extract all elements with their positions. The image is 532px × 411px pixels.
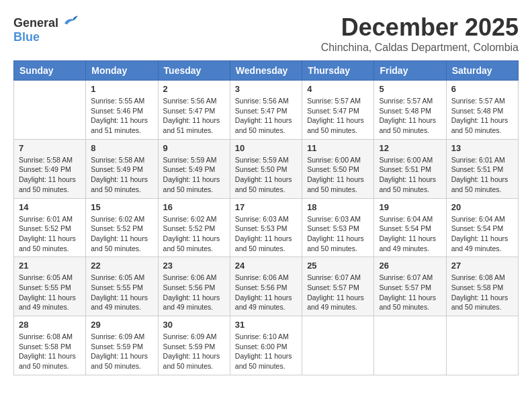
weekday-header-saturday: Saturday: [446, 61, 518, 81]
day-number: 9: [163, 143, 225, 153]
day-number: 19: [379, 202, 441, 212]
calendar-header-row: SundayMondayTuesdayWednesdayThursdayFrid…: [14, 61, 519, 81]
calendar-cell: 2Sunrise: 5:56 AMSunset: 5:47 PMDaylight…: [158, 81, 230, 140]
weekday-header-monday: Monday: [86, 61, 158, 81]
day-info: Sunrise: 5:59 AMSunset: 5:50 PMDaylight:…: [235, 155, 297, 195]
day-info: Sunrise: 6:00 AMSunset: 5:51 PMDaylight:…: [379, 155, 441, 195]
day-number: 12: [379, 143, 441, 153]
calendar-cell: 19Sunrise: 6:04 AMSunset: 5:54 PMDayligh…: [374, 198, 446, 257]
calendar-cell: 6Sunrise: 5:57 AMSunset: 5:48 PMDaylight…: [446, 81, 518, 140]
calendar-cell: 5Sunrise: 5:57 AMSunset: 5:48 PMDaylight…: [374, 81, 446, 140]
calendar-cell: 8Sunrise: 5:58 AMSunset: 5:49 PMDaylight…: [86, 139, 158, 198]
day-number: 23: [163, 261, 225, 271]
day-number: 26: [379, 261, 441, 271]
weekday-header-tuesday: Tuesday: [158, 61, 230, 81]
calendar-cell: [446, 316, 518, 375]
day-number: 6: [451, 84, 513, 94]
day-info: Sunrise: 6:07 AMSunset: 5:57 PMDaylight:…: [307, 273, 369, 312]
day-info: Sunrise: 5:58 AMSunset: 5:49 PMDaylight:…: [91, 155, 152, 195]
day-info: Sunrise: 6:04 AMSunset: 5:54 PMDaylight:…: [451, 214, 513, 254]
day-number: 16: [163, 202, 225, 212]
day-info: Sunrise: 6:06 AMSunset: 5:56 PMDaylight:…: [163, 273, 225, 312]
calendar-cell: 9Sunrise: 5:59 AMSunset: 5:49 PMDaylight…: [158, 139, 230, 198]
day-info: Sunrise: 6:01 AMSunset: 5:51 PMDaylight:…: [451, 155, 513, 195]
weekday-header-sunday: Sunday: [14, 61, 86, 81]
day-number: 7: [19, 143, 81, 153]
day-info: Sunrise: 6:05 AMSunset: 5:55 PMDaylight:…: [19, 273, 81, 312]
day-number: 20: [451, 202, 513, 212]
calendar-cell: 12Sunrise: 6:00 AMSunset: 5:51 PMDayligh…: [374, 139, 446, 198]
calendar-cell: 15Sunrise: 6:02 AMSunset: 5:52 PMDayligh…: [86, 198, 158, 257]
day-info: Sunrise: 6:00 AMSunset: 5:50 PMDaylight:…: [307, 155, 369, 195]
calendar-cell: 21Sunrise: 6:05 AMSunset: 5:55 PMDayligh…: [14, 257, 86, 316]
calendar-cell: 7Sunrise: 5:58 AMSunset: 5:49 PMDaylight…: [14, 139, 86, 198]
weekday-header-thursday: Thursday: [302, 61, 374, 81]
sub-title: Chinchina, Caldas Department, Colombia: [321, 42, 519, 54]
calendar-cell: [14, 81, 86, 140]
day-info: Sunrise: 5:57 AMSunset: 5:47 PMDaylight:…: [307, 96, 369, 136]
calendar-cell: 20Sunrise: 6:04 AMSunset: 5:54 PMDayligh…: [446, 198, 518, 257]
day-info: Sunrise: 5:59 AMSunset: 5:49 PMDaylight:…: [163, 155, 225, 195]
calendar-week-row: 21Sunrise: 6:05 AMSunset: 5:55 PMDayligh…: [14, 257, 519, 316]
calendar-cell: 13Sunrise: 6:01 AMSunset: 5:51 PMDayligh…: [446, 139, 518, 198]
logo: General Blue: [13, 13, 78, 44]
calendar-cell: 17Sunrise: 6:03 AMSunset: 5:53 PMDayligh…: [230, 198, 302, 257]
day-number: 17: [235, 202, 297, 212]
day-number: 28: [19, 320, 81, 330]
calendar-cell: 26Sunrise: 6:07 AMSunset: 5:57 PMDayligh…: [374, 257, 446, 316]
day-info: Sunrise: 5:56 AMSunset: 5:47 PMDaylight:…: [235, 96, 297, 136]
logo-general: General: [13, 16, 58, 30]
day-number: 22: [91, 261, 152, 271]
day-info: Sunrise: 6:09 AMSunset: 5:59 PMDaylight:…: [163, 332, 225, 371]
day-info: Sunrise: 5:57 AMSunset: 5:48 PMDaylight:…: [379, 96, 441, 136]
calendar-cell: 28Sunrise: 6:08 AMSunset: 5:58 PMDayligh…: [14, 316, 86, 375]
day-info: Sunrise: 5:57 AMSunset: 5:48 PMDaylight:…: [451, 96, 513, 136]
calendar-week-row: 28Sunrise: 6:08 AMSunset: 5:58 PMDayligh…: [14, 316, 519, 375]
day-info: Sunrise: 6:07 AMSunset: 5:57 PMDaylight:…: [379, 273, 441, 312]
page-header: General Blue December 2025 Chinchina, Ca…: [13, 13, 519, 54]
day-number: 15: [91, 202, 152, 212]
day-info: Sunrise: 6:05 AMSunset: 5:55 PMDaylight:…: [91, 273, 152, 312]
calendar-cell: 25Sunrise: 6:07 AMSunset: 5:57 PMDayligh…: [302, 257, 374, 316]
day-number: 14: [19, 202, 81, 212]
calendar-cell: 27Sunrise: 6:08 AMSunset: 5:58 PMDayligh…: [446, 257, 518, 316]
day-info: Sunrise: 6:08 AMSunset: 5:58 PMDaylight:…: [451, 273, 513, 312]
day-info: Sunrise: 6:02 AMSunset: 5:52 PMDaylight:…: [91, 214, 152, 254]
calendar-week-row: 14Sunrise: 6:01 AMSunset: 5:52 PMDayligh…: [14, 198, 519, 257]
calendar-cell: [302, 316, 374, 375]
calendar-cell: 29Sunrise: 6:09 AMSunset: 5:59 PMDayligh…: [86, 316, 158, 375]
day-number: 31: [235, 320, 297, 330]
day-number: 5: [379, 84, 441, 94]
calendar-cell: 18Sunrise: 6:03 AMSunset: 5:53 PMDayligh…: [302, 198, 374, 257]
day-number: 11: [307, 143, 369, 153]
day-info: Sunrise: 5:55 AMSunset: 5:46 PMDaylight:…: [91, 96, 152, 136]
day-number: 10: [235, 143, 297, 153]
day-info: Sunrise: 6:09 AMSunset: 5:59 PMDaylight:…: [91, 332, 152, 371]
day-number: 21: [19, 261, 81, 271]
day-info: Sunrise: 5:58 AMSunset: 5:49 PMDaylight:…: [19, 155, 81, 195]
calendar-cell: 1Sunrise: 5:55 AMSunset: 5:46 PMDaylight…: [86, 81, 158, 140]
calendar-week-row: 1Sunrise: 5:55 AMSunset: 5:46 PMDaylight…: [14, 81, 519, 140]
day-info: Sunrise: 6:02 AMSunset: 5:52 PMDaylight:…: [163, 214, 225, 254]
calendar-cell: 11Sunrise: 6:00 AMSunset: 5:50 PMDayligh…: [302, 139, 374, 198]
day-info: Sunrise: 6:03 AMSunset: 5:53 PMDaylight:…: [235, 214, 297, 254]
day-number: 4: [307, 84, 369, 94]
day-info: Sunrise: 6:08 AMSunset: 5:58 PMDaylight:…: [19, 332, 81, 371]
day-number: 18: [307, 202, 369, 212]
day-info: Sunrise: 6:03 AMSunset: 5:53 PMDaylight:…: [307, 214, 369, 254]
logo-blue: Blue: [13, 30, 40, 44]
calendar-cell: 30Sunrise: 6:09 AMSunset: 5:59 PMDayligh…: [158, 316, 230, 375]
weekday-header-wednesday: Wednesday: [230, 61, 302, 81]
calendar-week-row: 7Sunrise: 5:58 AMSunset: 5:49 PMDaylight…: [14, 139, 519, 198]
calendar-cell: 24Sunrise: 6:06 AMSunset: 5:56 PMDayligh…: [230, 257, 302, 316]
day-info: Sunrise: 6:04 AMSunset: 5:54 PMDaylight:…: [379, 214, 441, 254]
day-number: 24: [235, 261, 297, 271]
calendar-cell: 23Sunrise: 6:06 AMSunset: 5:56 PMDayligh…: [158, 257, 230, 316]
calendar-cell: [374, 316, 446, 375]
calendar-cell: 22Sunrise: 6:05 AMSunset: 5:55 PMDayligh…: [86, 257, 158, 316]
day-number: 27: [451, 261, 513, 271]
day-number: 30: [163, 320, 225, 330]
calendar-cell: 10Sunrise: 5:59 AMSunset: 5:50 PMDayligh…: [230, 139, 302, 198]
day-number: 13: [451, 143, 513, 153]
day-info: Sunrise: 6:10 AMSunset: 6:00 PMDaylight:…: [235, 332, 297, 371]
